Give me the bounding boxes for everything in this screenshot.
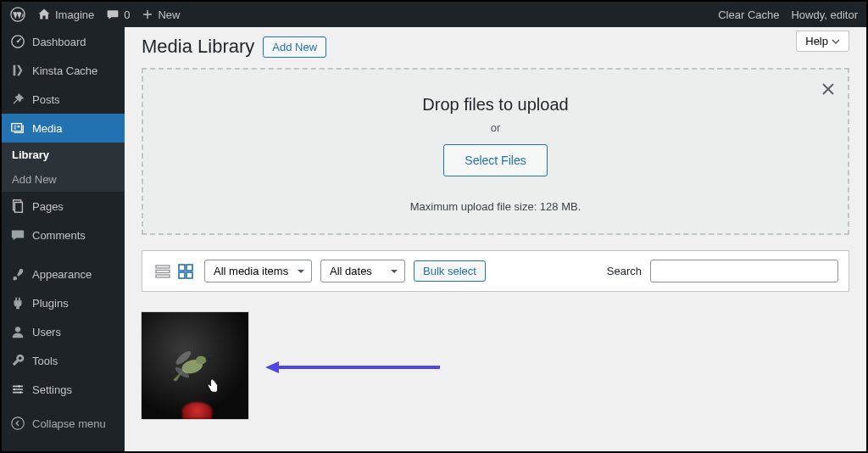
user-icon [10,324,25,339]
search-label: Search [607,265,642,277]
dropzone-or-text: or [160,121,831,134]
kinsta-icon [10,63,25,78]
search-input[interactable] [650,260,838,282]
svg-point-11 [12,417,24,429]
svg-rect-18 [186,272,192,278]
svg-point-9 [14,389,16,391]
media-thumbnail [142,312,248,419]
pages-icon [10,199,25,214]
view-list-button[interactable] [153,261,173,282]
sidebar-label: Comments [32,229,86,242]
collapse-label: Collapse menu [32,417,106,430]
sidebar-item-tools[interactable]: Tools [2,346,125,375]
sidebar-item-kinsta-cache[interactable]: Kinsta Cache [2,56,125,85]
comments-icon [10,227,25,243]
clear-cache-link[interactable]: Clear Cache [718,8,779,21]
svg-rect-12 [156,266,170,268]
help-tab-button[interactable]: Help [796,31,849,52]
sidebar-item-settings[interactable]: Settings [2,375,125,404]
sidebar-label: Dashboard [32,36,86,48]
view-grid-button[interactable] [175,261,196,282]
pin-icon [10,92,25,107]
sidebar-label: Users [32,326,61,338]
site-home-link[interactable]: Imagine [37,8,94,21]
sidebar-label: Kinsta Cache [32,64,97,77]
sidebar-item-posts[interactable]: Posts [2,85,125,114]
cursor-pointer-icon [206,378,220,394]
sidebar-label: Appearance [32,268,92,281]
brush-icon [10,266,25,282]
main-content: Help Media Library Add New Drop files to… [125,27,866,451]
sidebar-item-pages[interactable]: Pages [2,192,125,221]
page-title: Media Library [142,36,254,58]
sidebar-label: Tools [32,355,58,367]
svg-rect-17 [179,272,185,278]
sidebar-item-dashboard[interactable]: Dashboard [2,27,125,56]
dropzone-heading: Drop files to upload [160,95,831,115]
svg-point-8 [18,385,20,388]
grid-view-icon [177,263,194,280]
svg-point-2 [17,41,19,43]
media-grid [142,312,849,419]
collapse-menu-button[interactable]: Collapse menu [2,409,125,438]
svg-point-4 [18,126,20,128]
site-name: Imagine [55,8,94,21]
dashboard-icon [10,34,25,49]
svg-point-20 [196,355,206,364]
svg-point-7 [15,327,20,332]
list-view-icon [154,263,171,280]
media-filter-bar: All media items All dates Bulk select Se… [142,250,849,292]
collapse-icon [10,416,25,431]
new-label: New [158,8,180,21]
comment-icon [106,8,120,21]
sidebar-item-plugins[interactable]: Plugins [2,288,125,317]
sidebar-label: Pages [32,200,64,213]
annotation-arrow [264,360,442,375]
plus-icon [142,8,153,20]
select-files-button[interactable]: Select Files [443,144,547,176]
sidebar-subitem-library[interactable]: Library [2,143,125,167]
close-icon [821,81,836,97]
sidebar-item-comments[interactable]: Comments [2,221,125,249]
sidebar-item-media[interactable]: Media [2,114,125,143]
wordpress-logo-menu[interactable] [10,7,25,22]
sidebar-item-users[interactable]: Users [2,317,125,346]
howdy-account-link[interactable]: Howdy, editor [791,8,858,21]
wrench-icon [10,353,25,368]
sidebar-label: Settings [32,383,72,396]
sidebar-submenu-media: Library Add New [2,143,125,192]
sidebar-subitem-add-new[interactable]: Add New [2,167,125,192]
svg-rect-3 [12,124,22,131]
arrow-left-icon [264,360,442,375]
svg-rect-15 [179,265,185,271]
sidebar-label: Media [32,122,62,135]
svg-rect-16 [186,265,192,271]
media-type-filter[interactable]: All media items [204,260,312,282]
sidebar-label: Posts [32,93,60,106]
comments-link[interactable]: 0 [106,8,130,21]
admin-sidebar: Dashboard Kinsta Cache Posts Media Libra… [2,27,125,451]
sidebar-item-appearance[interactable]: Appearance [2,260,125,288]
svg-rect-14 [156,275,170,277]
svg-rect-13 [156,270,170,272]
settings-icon [10,382,25,397]
svg-point-10 [19,391,22,394]
add-new-button[interactable]: Add New [263,36,326,58]
new-content-link[interactable]: New [142,8,180,21]
admin-toolbar: Imagine 0 New Clear Cache Howdy, editor [2,2,866,27]
media-icon [10,120,25,136]
home-icon [37,8,51,21]
max-upload-size-text: Maximum upload file size: 128 MB. [160,200,831,213]
date-filter[interactable]: All dates [320,260,405,282]
svg-rect-6 [14,203,22,213]
close-uploader-button[interactable] [821,81,836,99]
chevron-down-icon [832,37,840,46]
plug-icon [10,295,25,310]
upload-dropzone[interactable]: Drop files to upload or Select Files Max… [142,68,849,235]
wordpress-icon [10,7,25,22]
comment-count: 0 [124,8,130,21]
bulk-select-button[interactable]: Bulk select [414,260,486,282]
media-item[interactable] [142,312,248,419]
sidebar-label: Plugins [32,297,69,310]
